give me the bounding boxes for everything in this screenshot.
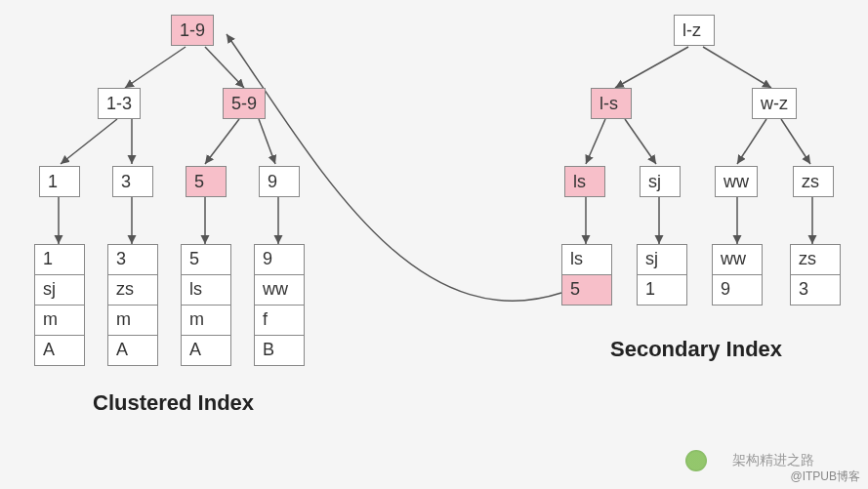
node-label: 9 [268,172,277,192]
leaf-cell: m [107,305,158,336]
leaf-cell: sj [637,244,687,275]
svg-line-11 [703,47,771,88]
leaf-cell: 1 [34,244,85,275]
node-label: 1 [48,172,58,192]
leaf-cell: A [34,335,85,366]
leaf-cell: 9 [712,274,763,306]
svg-line-15 [781,119,810,164]
node-label: sj [648,172,661,192]
secondary-leaf-0: ls 5 [561,244,612,306]
leaf-cell: A [107,335,158,366]
watermark-sub: @ITPUB博客 [790,469,860,485]
leaf-cell: B [254,335,305,366]
leaf-cell: ww [712,244,763,275]
node-label: 5 [194,172,204,192]
clustered-l2-node-3: 9 [259,166,300,197]
leaf-cell: zs [107,274,158,306]
node-label: w-z [761,94,788,114]
clustered-l2-node-0: 1 [39,166,80,197]
svg-line-13 [625,119,656,164]
leaf-cell: 5 [561,274,612,306]
watermark-main: 架构精进之路 [732,452,814,469]
svg-line-14 [737,119,766,164]
clustered-l2-node-2: 5 [186,166,227,197]
secondary-l2-node-1: sj [640,166,681,197]
clustered-l1-node-1: 5-9 [223,88,266,119]
clustered-leaf-0: 1 sj m A [34,244,85,366]
secondary-l1-node-1: w-z [752,88,797,119]
leaf-cell: zs [790,244,841,275]
clustered-leaf-3: 9 ww f B [254,244,305,366]
node-label: ls [573,172,586,192]
node-label: 1-3 [106,94,132,114]
node-label: 5-9 [231,94,257,114]
leaf-cell: 3 [790,274,841,306]
secondary-root-node: l-z [674,15,715,46]
leaf-cell: ww [254,274,305,306]
clustered-index-label: Clustered Index [93,390,254,416]
clustered-l1-node-0: 1-3 [98,88,141,119]
node-label: l-s [599,94,618,114]
node-label: l-z [682,20,701,41]
svg-line-0 [125,47,186,88]
leaf-cell: m [181,305,231,336]
svg-line-2 [61,119,117,164]
secondary-leaf-1: sj 1 [637,244,687,306]
secondary-leaf-2: ww 9 [712,244,763,306]
clustered-l2-node-1: 3 [112,166,153,197]
leaf-cell: m [34,305,85,336]
diagram-canvas: 1-9 1-3 5-9 1 3 5 9 1 sj m A 3 zs m A 5 … [0,0,868,489]
leaf-cell: ls [181,274,231,306]
leaf-cell: sj [34,274,85,306]
secondary-l2-node-0: ls [564,166,605,197]
leaf-cell: ls [561,244,612,275]
node-label: 3 [121,172,131,192]
node-label: zs [802,172,819,192]
svg-line-12 [586,119,605,164]
leaf-cell: 9 [254,244,305,275]
svg-line-1 [205,47,244,88]
node-label: ww [723,172,749,192]
secondary-index-label: Secondary Index [610,337,782,362]
clustered-leaf-2: 5 ls m A [181,244,231,366]
svg-line-4 [205,119,239,164]
leaf-cell: 3 [107,244,158,275]
clustered-root-node: 1-9 [171,15,214,46]
svg-line-10 [615,47,688,88]
secondary-l2-node-3: zs [793,166,834,197]
wechat-logo-icon [685,450,707,471]
clustered-leaf-1: 3 zs m A [107,244,158,366]
svg-line-5 [259,119,275,164]
leaf-cell: 1 [637,274,687,306]
leaf-cell: A [181,335,231,366]
secondary-leaf-3: zs 3 [790,244,841,306]
node-label: 1-9 [180,20,205,41]
leaf-cell: 5 [181,244,231,275]
secondary-l2-node-2: ww [715,166,758,197]
secondary-l1-node-0: l-s [591,88,632,119]
leaf-cell: f [254,305,305,336]
